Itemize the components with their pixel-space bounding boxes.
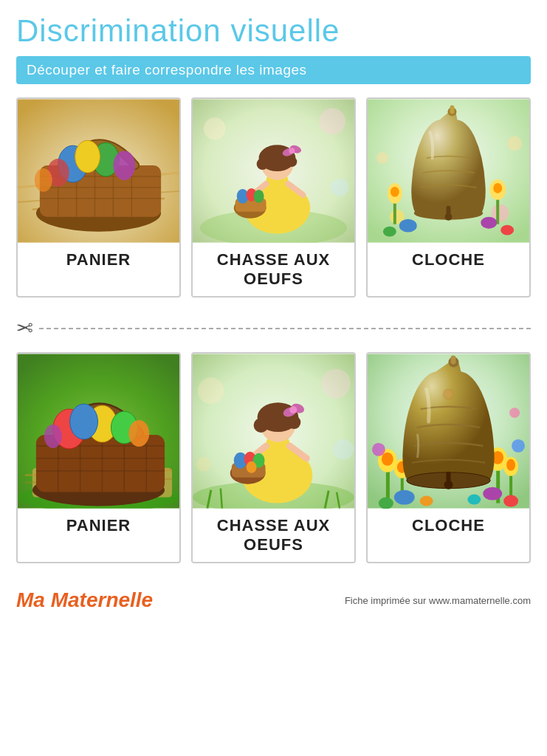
svg-point-21	[113, 151, 135, 180]
card-cloche-bottom: CLOCHE	[366, 352, 531, 563]
card-cloche-top: CLOCHE	[366, 97, 531, 298]
card-image-panier-top	[18, 99, 179, 243]
svg-point-88	[44, 425, 62, 448]
svg-point-131	[509, 408, 520, 418]
footer: Ma Maternelle Fiche imprimée sur www.mam…	[16, 584, 531, 612]
cut-line	[39, 328, 531, 329]
scissor-divider: ✂	[16, 318, 531, 339]
footer-logo-maternelle: Maternelle	[51, 588, 154, 611]
card-label-panier-top: PANIER	[18, 243, 179, 277]
svg-point-55	[399, 219, 417, 233]
svg-point-51	[391, 187, 399, 197]
svg-point-47	[376, 152, 388, 164]
svg-point-43	[254, 190, 264, 203]
card-panier-top: PANIER	[16, 97, 181, 298]
svg-point-109	[289, 406, 297, 413]
svg-point-143	[444, 481, 453, 489]
svg-point-25	[204, 117, 226, 140]
svg-point-56	[481, 217, 497, 229]
svg-point-27	[331, 179, 348, 196]
svg-point-91	[198, 377, 224, 404]
svg-point-93	[333, 439, 354, 460]
svg-point-129	[372, 443, 385, 456]
card-image-cloche-top	[368, 99, 529, 243]
card-label-cloche-bottom: CLOCHE	[368, 509, 529, 543]
svg-point-61	[445, 213, 453, 221]
svg-point-22	[35, 168, 52, 192]
card-image-chasse-bottom	[193, 354, 354, 509]
card-image-chasse-top	[193, 99, 354, 243]
card-label-chasse-top: CHASSE AUX OEUFS	[193, 243, 354, 296]
footer-logo-ma: Ma	[16, 588, 51, 611]
card-label-cloche-top: CLOCHE	[368, 243, 529, 277]
svg-point-35	[286, 157, 297, 167]
footer-credit: Fiche imprimée sur www.mamaternelle.com	[345, 595, 531, 606]
svg-point-106	[287, 416, 300, 429]
svg-point-94	[196, 457, 211, 472]
svg-point-133	[483, 487, 502, 501]
card-label-chasse-bottom: CHASSE AUX OEUFS	[193, 509, 354, 562]
scissor-icon: ✂	[16, 318, 33, 339]
card-label-panier-bottom: PANIER	[18, 509, 179, 543]
svg-point-87	[128, 420, 149, 447]
bottom-cards-row: PANIER	[16, 352, 531, 563]
card-image-panier-bottom	[18, 354, 179, 509]
svg-point-139	[445, 391, 453, 398]
svg-point-137	[467, 495, 481, 505]
svg-point-119	[382, 453, 393, 466]
card-panier-bottom: PANIER	[16, 352, 181, 563]
page: Discrimination visuelle Découper et fair…	[0, 0, 547, 756]
footer-logo: Ma Maternelle	[16, 588, 153, 612]
svg-point-26	[319, 108, 345, 134]
subtitle-bar: Découper et faire correspondre les image…	[16, 56, 531, 84]
svg-point-115	[247, 461, 257, 473]
svg-point-105	[254, 418, 269, 433]
card-chasse-top: CHASSE AUX OEUFS	[191, 97, 356, 298]
svg-rect-145	[450, 355, 455, 364]
svg-point-58	[500, 225, 514, 236]
svg-point-128	[506, 459, 515, 471]
card-chasse-bottom: CHASSE AUX OEUFS	[191, 352, 356, 563]
page-title: Discrimination visuelle	[16, 13, 531, 49]
svg-point-92	[321, 368, 351, 398]
svg-point-134	[379, 498, 393, 509]
svg-point-135	[503, 495, 518, 507]
svg-point-130	[512, 439, 525, 453]
svg-point-48	[507, 136, 522, 151]
svg-point-57	[383, 227, 396, 237]
svg-rect-63	[450, 105, 454, 114]
svg-point-132	[394, 490, 415, 505]
svg-point-38	[289, 148, 295, 154]
card-image-cloche-bottom	[368, 354, 529, 509]
top-cards-row: PANIER	[16, 97, 531, 298]
svg-point-54	[493, 183, 502, 193]
svg-point-136	[420, 496, 433, 506]
svg-point-34	[257, 158, 269, 170]
